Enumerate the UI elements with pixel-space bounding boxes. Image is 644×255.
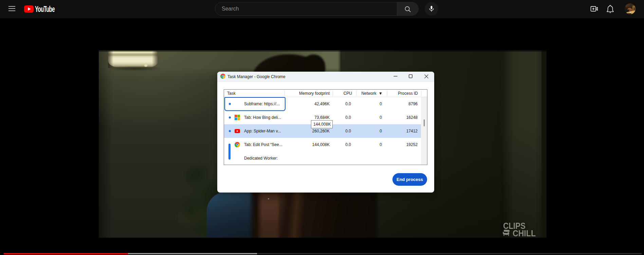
svg-text:YouTube: YouTube [35, 5, 55, 13]
svg-text:CHILL: CHILL [513, 228, 536, 238]
